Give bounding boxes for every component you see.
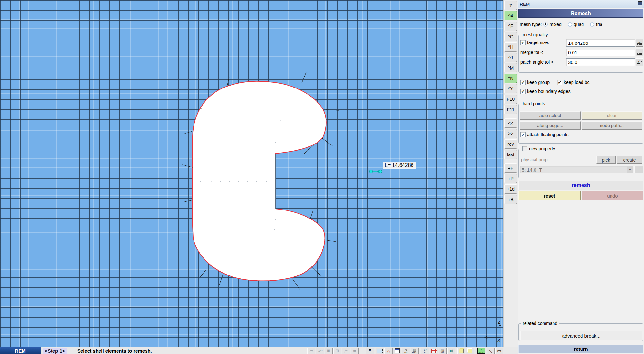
mesh-type-option-label: tria (596, 22, 602, 27)
shortcut-key-g[interactable]: ^G (504, 32, 517, 41)
shortcut-key-b[interactable]: +B (504, 195, 517, 204)
hard-points-group-label: hard points (521, 101, 546, 106)
advanced-break-button[interactable]: advanced break... (520, 331, 642, 340)
shortcut-key-f11[interactable]: F11 (504, 105, 517, 114)
ruler-icon: ↔ (637, 50, 642, 55)
shell-geometry[interactable] (193, 81, 326, 281)
application-window: Z X L= 14.64286 ?^4^F^G^H^J^M^N^YF10F11<… (0, 0, 644, 354)
shortcut-key-n[interactable]: ^N (504, 74, 517, 83)
node-path-button[interactable]: node path... (582, 121, 642, 130)
step-badge: <Step 1> (43, 348, 67, 354)
undo-button[interactable]: undo (582, 191, 643, 200)
id-zoom-icon-glyph: ⊙ (424, 348, 427, 352)
split-line-icon[interactable]: ╱+ (342, 348, 350, 354)
panel-pin-icon[interactable] (638, 1, 642, 5)
copy-elements-icon[interactable]: ▣ (325, 348, 333, 354)
auto-select-button[interactable]: auto select (520, 111, 581, 120)
edit-op-icon[interactable]: ✎OP (402, 348, 410, 354)
keep-boundary-edges-checkbox[interactable]: ✔ (520, 89, 526, 94)
merge-grid-icon-glyph: ⊞ (336, 349, 339, 353)
entity-list-icon[interactable] (393, 348, 401, 354)
physical-prop-dropdown[interactable]: 5: 14.0_T ▼ (520, 166, 633, 173)
feature-line-icon[interactable]: ⋈ (447, 348, 455, 354)
shortcut-key-1d[interactable]: +1d (504, 184, 517, 194)
elm-mode-button-glyph: * (480, 348, 482, 352)
node-grid-icon[interactable] (430, 348, 438, 354)
layers-icon[interactable]: ≣ (351, 348, 359, 354)
keep-load-bc-checkbox[interactable]: ✔ (557, 80, 562, 85)
keep-group-checkbox[interactable]: ✔ (520, 80, 526, 85)
axis-x-label: X (497, 338, 500, 343)
shortcut-key-p[interactable]: +P (504, 174, 517, 183)
chevron-down-icon[interactable]: ▼ (627, 166, 633, 173)
target-size-checkbox[interactable]: ✔ (520, 40, 526, 45)
shortcut-key-f[interactable]: ^F (504, 22, 517, 31)
shortcut-key-[interactable]: ? (504, 1, 517, 10)
measure-angle-button[interactable]: ∠° (636, 58, 643, 66)
create-button[interactable]: create (617, 156, 642, 164)
remesh-button[interactable]: remesh (518, 181, 643, 190)
axis-triad (485, 324, 501, 339)
measure-widget[interactable] (369, 170, 382, 173)
shortcut-key-y[interactable]: ^Y (504, 84, 517, 93)
shortcut-key-h[interactable]: ^H (504, 42, 517, 52)
mesh-type-label: mesh type: (520, 22, 542, 27)
axis-z-label: Z (498, 320, 500, 325)
merge-tol-input[interactable]: 0.01 (566, 49, 635, 56)
attach-floating-points-label: attach floating points (527, 132, 568, 137)
remesh-panel: REM Remesh mesh type: mixed quad tria me… (518, 0, 644, 354)
eraser-icon[interactable]: ▱ (307, 348, 315, 354)
target-size-input[interactable]: 14.64286 (566, 39, 635, 47)
shortcut-key-e[interactable]: +E (504, 163, 517, 173)
layers-icon-glyph: ≣ (353, 349, 356, 353)
measure-distance-button[interactable]: ↔ (636, 49, 643, 56)
patch-angle-input[interactable]: 30.0 (566, 58, 635, 66)
keep-group-label: keep group (527, 80, 550, 85)
shortcut-key-4[interactable]: ^4 (504, 11, 517, 20)
feature-line-icon-glyph: ⋈ (449, 349, 453, 353)
mesh-type-radio-tria[interactable] (590, 22, 594, 27)
shortcut-key-rev[interactable]: rev (504, 139, 517, 149)
new-property-checkbox[interactable] (522, 146, 527, 151)
note-icon[interactable] (466, 348, 474, 354)
undo-one-icon-glyph: -1↶ (317, 349, 323, 353)
return-button[interactable]: return (518, 345, 643, 353)
misc-icon[interactable]: ▤MISC (411, 348, 419, 354)
eraser-icon-glyph: ▱ (310, 349, 313, 353)
asterisk-icon[interactable]: * (366, 348, 374, 354)
clear-button[interactable]: clear (582, 111, 642, 120)
shortcut-key-f10[interactable]: F10 (504, 95, 517, 104)
prop-more-button[interactable]: ... (634, 166, 643, 173)
panel-title: REM (520, 2, 530, 7)
model-viewport[interactable]: Z X L= 14.64286 (0, 0, 503, 347)
id-zoom-icon[interactable]: ⊙ID (421, 348, 429, 354)
undo-one-icon[interactable]: -1↶ (316, 348, 324, 354)
elm-mode-button[interactable]: *ELM (477, 348, 485, 354)
merge-grid-icon[interactable]: ⊞ (333, 348, 341, 354)
polygon-select-icon[interactable]: △ (384, 348, 393, 354)
panel-titlebar: REM (518, 0, 644, 8)
mesh-quality-group-label: mesh quality (521, 32, 549, 37)
attach-floating-points-checkbox[interactable]: ✔ (520, 132, 526, 137)
shaded-mesh-icon[interactable]: ▨ (439, 348, 447, 354)
measure-distance-button[interactable]: ↔ (636, 39, 643, 47)
asterisk-icon-glyph: * (369, 349, 371, 353)
shortcut-key-last[interactable]: last (504, 150, 517, 159)
reset-button[interactable]: reset (518, 191, 581, 200)
shortcut-key-j[interactable]: ^J (504, 53, 517, 62)
shortcut-key-m[interactable]: ^M (504, 63, 517, 72)
mesh-type-radio-mixed[interactable] (543, 22, 548, 27)
box-select-icon[interactable] (376, 348, 384, 354)
shaded-mesh-icon-glyph: ▨ (440, 349, 444, 353)
physical-prop-value: 5: 14.0_T (522, 167, 542, 172)
mesh-type-radio-quad[interactable] (568, 22, 572, 27)
geometry-canvas[interactable]: Z X (0, 0, 503, 347)
pick-button[interactable]: pick (596, 156, 616, 164)
rect-mode-icon[interactable]: ▭ (495, 348, 503, 354)
shortcut-key-[interactable]: << (504, 118, 517, 128)
triangle-mode-icon[interactable]: ◺ (487, 348, 495, 354)
along-edge-button[interactable]: along edge... (520, 121, 581, 130)
shortcut-key-[interactable]: >> (504, 129, 517, 138)
solid-cube-icon[interactable] (457, 348, 465, 354)
related-command-group: related command advanced break... (518, 323, 643, 341)
